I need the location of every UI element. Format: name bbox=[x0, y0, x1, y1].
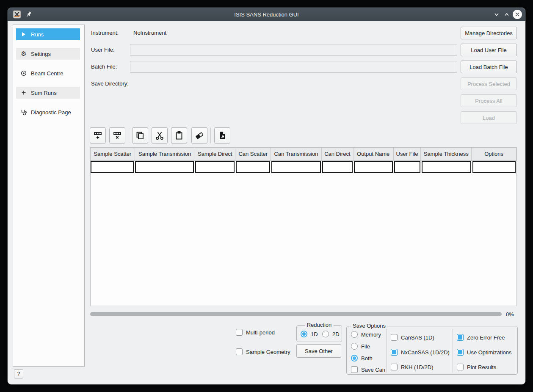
load-batch-file-button[interactable]: Load Batch File bbox=[461, 61, 517, 73]
table-cell[interactable] bbox=[236, 161, 270, 173]
sample-geometry-checkbox[interactable]: Sample Geometry bbox=[236, 348, 290, 355]
radio-icon[interactable] bbox=[322, 331, 329, 337]
checkbox-icon[interactable] bbox=[351, 366, 358, 373]
load-button[interactable]: Load bbox=[461, 111, 517, 124]
save-file-radio[interactable]: File bbox=[351, 343, 370, 350]
table-cell[interactable] bbox=[472, 161, 516, 173]
stethoscope-icon bbox=[20, 109, 27, 116]
batch-file-input[interactable] bbox=[130, 61, 457, 73]
sidebar-item-label: Beam Centre bbox=[31, 70, 64, 77]
sidebar-item-label: Runs bbox=[31, 31, 44, 38]
save-memory-radio[interactable]: Memory bbox=[351, 331, 381, 338]
checkbox-label: Use Optimizations bbox=[467, 349, 511, 356]
save-options-groupbox: Save Options Memory File Both Save Can bbox=[346, 326, 518, 375]
checkbox-icon[interactable] bbox=[391, 334, 398, 341]
paste-button[interactable] bbox=[171, 127, 187, 144]
column-header[interactable]: Can Scatter bbox=[235, 148, 271, 161]
checkbox-icon[interactable] bbox=[391, 349, 398, 356]
sidebar: Runs ⚙ Settings Beam Centre Sum Runs bbox=[13, 25, 85, 367]
table-cell[interactable] bbox=[422, 161, 471, 173]
radio-icon[interactable] bbox=[351, 355, 358, 362]
sidebar-item-sum-runs[interactable]: Sum Runs bbox=[16, 87, 80, 99]
nxcansas-checkbox[interactable]: NxCanSAS (1D/2D) bbox=[391, 349, 450, 356]
table-header[interactable]: Sample Scatter Sample Transmission Sampl… bbox=[91, 148, 516, 161]
copy-button[interactable] bbox=[132, 127, 148, 144]
load-user-file-button[interactable]: Load User File bbox=[461, 44, 517, 56]
column-header[interactable]: Output Name bbox=[353, 148, 394, 161]
column-header[interactable]: Options bbox=[472, 148, 516, 161]
insert-row-button[interactable] bbox=[90, 127, 106, 144]
titlebar[interactable]: ISIS SANS Reduction GUI bbox=[8, 8, 525, 21]
erase-icon bbox=[194, 130, 204, 141]
save-other-button[interactable]: Save Other bbox=[296, 344, 341, 358]
process-selected-button[interactable]: Process Selected bbox=[461, 77, 517, 90]
radio-label: Memory bbox=[361, 331, 381, 338]
column-header[interactable]: Sample Transmission bbox=[135, 148, 195, 161]
zero-error-free-checkbox[interactable]: Zero Error Free bbox=[457, 334, 505, 341]
maximize-icon[interactable] bbox=[503, 10, 511, 19]
checkbox-icon[interactable] bbox=[457, 334, 464, 341]
sidebar-item-settings[interactable]: ⚙ Settings bbox=[16, 48, 80, 60]
plot-results-checkbox[interactable]: Plot Results bbox=[457, 364, 496, 370]
column-header[interactable]: Can Transmission bbox=[271, 148, 322, 161]
plus-icon bbox=[20, 89, 27, 96]
cansas-checkbox[interactable]: CanSAS (1D) bbox=[391, 334, 434, 341]
sidebar-item-label: Sum Runs bbox=[31, 90, 57, 96]
table-cell[interactable] bbox=[322, 161, 353, 173]
table-cell[interactable] bbox=[354, 161, 393, 173]
progress-bar bbox=[90, 312, 502, 316]
save-can-checkbox[interactable]: Save Can bbox=[351, 366, 385, 373]
checkbox-icon[interactable] bbox=[391, 364, 398, 370]
column-header[interactable]: Sample Direct bbox=[195, 148, 236, 161]
groupbox-title: Reduction bbox=[305, 322, 334, 329]
column-header[interactable]: Sample Scatter bbox=[91, 148, 135, 161]
column-header[interactable]: User File bbox=[394, 148, 421, 161]
reduction-1d-radio[interactable]: 1D bbox=[301, 331, 318, 337]
sidebar-item-label: Diagnostic Page bbox=[31, 109, 71, 116]
close-icon[interactable] bbox=[513, 10, 522, 19]
checkbox-label: Plot Results bbox=[467, 364, 496, 370]
checkbox-label: RKH (1D/2D) bbox=[401, 364, 434, 370]
sidebar-item-diagnostic-page[interactable]: Diagnostic Page bbox=[16, 106, 80, 118]
save-directory-label: Save Directory: bbox=[91, 80, 129, 87]
radio-label: File bbox=[361, 343, 370, 350]
pin-icon[interactable] bbox=[25, 11, 32, 18]
groupbox-title: Save Options bbox=[351, 323, 387, 329]
cut-button[interactable] bbox=[152, 127, 168, 144]
column-header[interactable]: Can Direct bbox=[322, 148, 353, 161]
checkbox-icon[interactable] bbox=[236, 348, 243, 355]
user-file-input[interactable] bbox=[130, 44, 457, 56]
window-title: ISIS SANS Reduction GUI bbox=[8, 11, 525, 18]
rkh-checkbox[interactable]: RKH (1D/2D) bbox=[391, 364, 434, 370]
sidebar-item-runs[interactable]: Runs bbox=[16, 28, 80, 40]
erase-button[interactable] bbox=[191, 127, 207, 144]
minimize-icon[interactable] bbox=[492, 10, 501, 19]
table-row[interactable] bbox=[91, 161, 516, 174]
multi-period-checkbox[interactable]: Multi-period bbox=[236, 329, 275, 336]
manage-directories-button[interactable]: Manage Directories bbox=[461, 27, 517, 39]
help-button[interactable]: ? bbox=[14, 369, 23, 378]
table-cell[interactable] bbox=[195, 161, 235, 173]
checkbox-icon[interactable] bbox=[236, 329, 243, 336]
save-both-radio[interactable]: Both bbox=[351, 355, 373, 362]
radio-icon[interactable] bbox=[351, 343, 358, 350]
table-cell[interactable] bbox=[135, 161, 194, 173]
table-cell[interactable] bbox=[271, 161, 321, 173]
reduction-2d-radio[interactable]: 2D bbox=[322, 331, 340, 337]
radio-icon[interactable] bbox=[301, 331, 307, 337]
use-optimizations-checkbox[interactable]: Use Optimizations bbox=[457, 349, 511, 356]
table-cell[interactable] bbox=[91, 161, 134, 173]
checkbox-icon[interactable] bbox=[457, 364, 464, 370]
radio-icon[interactable] bbox=[351, 331, 358, 338]
process-all-button[interactable]: Process All bbox=[461, 94, 517, 107]
table-cell[interactable] bbox=[394, 161, 420, 173]
sidebar-item-beam-centre[interactable]: Beam Centre bbox=[16, 67, 80, 79]
export-table-button[interactable] bbox=[214, 127, 230, 144]
target-icon bbox=[20, 70, 27, 77]
instrument-value: NoInstrument bbox=[133, 30, 166, 36]
column-header[interactable]: Sample Thickness bbox=[421, 148, 472, 161]
delete-row-button[interactable] bbox=[109, 127, 125, 144]
checkbox-icon[interactable] bbox=[457, 349, 464, 356]
batch-table[interactable]: Sample Scatter Sample Transmission Sampl… bbox=[90, 147, 517, 306]
user-file-label: User File: bbox=[91, 47, 115, 53]
